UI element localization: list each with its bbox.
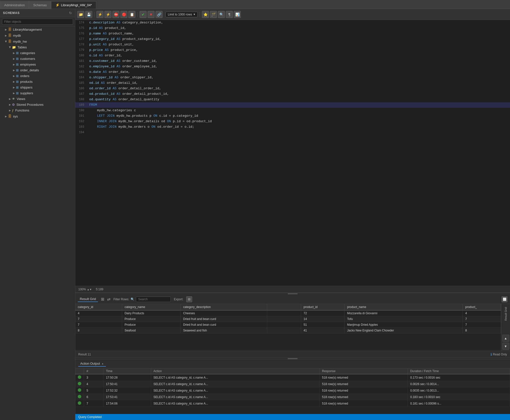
sidebar-item-label: sys: [13, 114, 18, 118]
cell-blank: [267, 316, 301, 322]
line-content: p.name AS product_name,: [88, 31, 510, 36]
sidebar-item-views[interactable]: ▶ 👁 Views: [0, 96, 75, 102]
sidebar-item-label: shippers: [20, 86, 32, 89]
save-button[interactable]: 💾: [85, 11, 92, 18]
search-input[interactable]: [136, 297, 171, 302]
explain-button[interactable]: 🔴: [120, 11, 127, 18]
table-icon: ⊞: [16, 80, 19, 84]
view-icon: 👁: [12, 97, 15, 101]
debug-button[interactable]: 📋: [128, 11, 135, 18]
cell-product-id: 41: [301, 328, 344, 333]
cell-blank: [267, 322, 301, 328]
schemas-title: SCHEMAS: [3, 11, 20, 15]
execute-button[interactable]: ⚡: [96, 11, 103, 18]
sidebar-item-orders[interactable]: ▶ ⊞ orders: [0, 73, 75, 79]
sidebar-item-shippers[interactable]: ▶ ⊞ shippers: [0, 85, 75, 90]
table-row: 7 Produce Dried fruit and bean curd 51 M…: [75, 322, 501, 328]
grid-view-icon[interactable]: ⊞: [101, 297, 104, 302]
main-layout: SCHEMAS ↻ ▶ 🗄 LibraryManagement ▶ 🗄 mydb…: [0, 9, 510, 420]
scroll-down-btn[interactable]: ▼: [502, 343, 509, 350]
commit-button[interactable]: ✔: [140, 11, 147, 18]
line-number: 190: [75, 108, 88, 113]
stop-button[interactable]: ⛔: [112, 11, 119, 18]
result-grid-wrap[interactable]: category_id category_name category_descr…: [75, 304, 501, 351]
filter-input[interactable]: [2, 19, 73, 25]
sidebar-item-label: mydb_hw: [13, 40, 27, 43]
result-side-panel: Result Grid ▲ ▼: [501, 304, 510, 351]
sidebar-refresh-icon[interactable]: ↻: [69, 11, 72, 15]
action-grid[interactable]: # Time Action Response Duration / Fetch …: [75, 368, 510, 414]
limit-rows-select[interactable]: Limit to 1000 rows ▼: [166, 12, 198, 17]
wrap-cell-button[interactable]: ⬜: [502, 296, 508, 302]
sidebar-item-functions[interactable]: ▶ ƒ Functions: [0, 107, 75, 113]
cell-action: SELECT c.id AS category_id, c.name A...: [151, 400, 319, 407]
result-grid-side-label[interactable]: Result Grid: [504, 305, 507, 323]
code-line-185: 185 od.id AS order_detail_id,: [75, 80, 510, 86]
cell-blank: [267, 328, 301, 333]
line-content: FROM: [88, 102, 510, 108]
invisible-chars-button[interactable]: ¶: [226, 11, 233, 18]
chevron-down-icon: ▶: [5, 40, 7, 42]
sidebar-item-label: customers: [20, 57, 35, 61]
tab-action-output[interactable]: Action Output ▲: [78, 361, 106, 367]
output-button[interactable]: 📊: [234, 11, 241, 18]
line-content: o.employee_id AS order_employee_id,: [88, 64, 510, 69]
sidebar-item-products[interactable]: ▶ ⊞ products: [0, 79, 75, 85]
sidebar-item-categories[interactable]: ▶ ⊞ categories: [0, 50, 75, 56]
code-line-182: 182 o.employee_id AS order_employee_id,: [75, 64, 510, 69]
line-content: od.product_id AS order_detail_product_id…: [88, 91, 510, 97]
chevron-up-icon: ▲: [101, 362, 104, 365]
scroll-up-btn[interactable]: ▲: [502, 335, 509, 342]
sidebar-item-mydb-hw[interactable]: ▶ 🗄 mydb_hw: [0, 38, 75, 44]
beautify-button[interactable]: 🪄: [210, 11, 217, 18]
sidebar-item-label: employees: [20, 63, 36, 66]
status-ok-icon: [78, 388, 81, 392]
cell-product-extra: 8: [463, 328, 501, 333]
rollback-button[interactable]: ✖: [148, 11, 155, 18]
cell-product-name: Jacks New England Clam Chowder: [344, 328, 463, 333]
sidebar-item-sys[interactable]: ▶ 🗄 sys: [0, 113, 75, 119]
sidebar: SCHEMAS ↻ ▶ 🗄 LibraryManagement ▶ 🗄 mydb…: [0, 9, 75, 420]
export-label: Export:: [174, 298, 183, 301]
result-grid-row: category_id category_name category_descr…: [75, 304, 510, 351]
favorite-button[interactable]: ⭐: [202, 11, 209, 18]
sidebar-item-employees[interactable]: ▶ ⊞ employees: [0, 62, 75, 67]
auto-commit-button[interactable]: 🔗: [156, 11, 163, 18]
tab-result-grid[interactable]: Result Grid: [78, 296, 98, 302]
chevron-right-icon: ▶: [13, 75, 15, 77]
line-content: o.date AS order_date,: [88, 69, 510, 75]
sidebar-item-stored-procedures[interactable]: ▶ ⚙ Stored Procedures: [0, 102, 75, 107]
cell-duration: 0.0026 sec / 0.0014...: [408, 381, 510, 387]
action-table: # Time Action Response Duration / Fetch …: [75, 368, 510, 407]
cell-time: 17:54:06: [103, 400, 151, 407]
zoom-chevron-icon: ▲▼: [87, 288, 92, 291]
execute-selection-button[interactable]: ⚡: [104, 11, 111, 18]
code-line-187: 187 od.product_id AS order_detail_produc…: [75, 91, 510, 97]
open-file-button[interactable]: 📁: [77, 11, 84, 18]
cell-response: 518 row(s) returned: [319, 394, 408, 400]
cell-time: 17:53:41: [103, 394, 151, 400]
sidebar-item-label: Views: [17, 97, 25, 101]
toolbar-separator: [137, 12, 138, 17]
line-content: c.description AS category_description,: [88, 20, 510, 25]
sidebar-item-customers[interactable]: ▶ ⊞ customers: [0, 56, 75, 62]
sidebar-item-suppliers[interactable]: ▶ ⊞ suppliers: [0, 90, 75, 96]
sidebar-item-tables[interactable]: ▶ 📁 Tables: [0, 44, 75, 50]
db-icon: 🗄: [8, 114, 11, 118]
code-editor[interactable]: 174 c.description AS category_descriptio…: [75, 20, 510, 286]
sidebar-item-librarymanagement[interactable]: ▶ 🗄 LibraryManagement: [0, 26, 75, 32]
line-number: 175: [75, 25, 88, 31]
tab-administration[interactable]: Administration: [0, 1, 29, 9]
action-header-row: # Time Action Response Duration / Fetch …: [75, 368, 510, 374]
grid-form-icon[interactable]: ⇄: [107, 297, 110, 302]
sidebar-item-mydb[interactable]: ▶ 🗄 mydb: [0, 32, 75, 38]
export-button[interactable]: ⊟: [186, 296, 192, 302]
sidebar-item-order-details[interactable]: ▶ ⊞ order_details: [0, 67, 75, 73]
tab-schemas[interactable]: Schemas: [29, 1, 51, 9]
line-content: LEFT JOIN mydb_hw.products p ON c.id = p…: [88, 113, 510, 119]
tab-query[interactable]: ⚡ LibraryMngt_HW_04*: [51, 1, 96, 9]
col-product-id: product_id: [301, 304, 344, 310]
find-button[interactable]: 🔍: [218, 11, 225, 18]
status-ok-icon: [78, 375, 81, 379]
zoom-control[interactable]: 100% ▲▼: [78, 288, 92, 291]
